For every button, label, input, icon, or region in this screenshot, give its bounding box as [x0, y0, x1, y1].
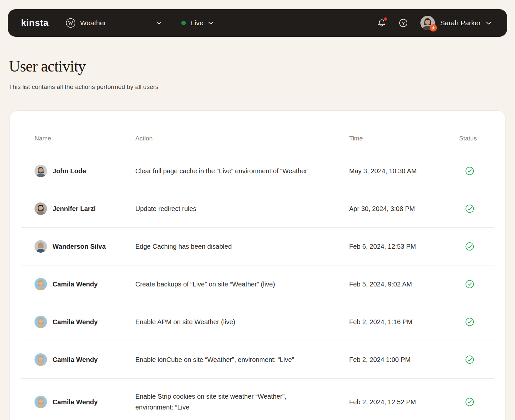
page-title: User activity	[9, 57, 506, 75]
chevron-down-icon	[156, 20, 162, 26]
column-header-status: Status	[459, 135, 494, 142]
chevron-down-icon	[486, 20, 491, 26]
avatar	[34, 278, 47, 290]
user-menu[interactable]: Sarah Parker	[420, 16, 491, 30]
avatar	[34, 240, 47, 253]
time-text: Feb 2, 2024 1:00 PM	[349, 356, 459, 364]
wordpress-icon: W	[66, 18, 76, 28]
success-status-icon	[465, 355, 474, 364]
table-row: Camila Wendy Create backups of “Live” on…	[21, 265, 494, 303]
time-text: Feb 2, 2024, 12:52 PM	[349, 398, 459, 406]
column-header-time: Time	[349, 135, 459, 142]
action-text: Edge Caching has been disabled	[135, 241, 316, 252]
environment-selector-dropdown[interactable]: Live	[181, 19, 214, 27]
avatar	[34, 353, 47, 366]
svg-text:?: ?	[402, 21, 405, 26]
success-status-icon	[465, 204, 474, 213]
action-text: Enable ionCube on site “Weather”, enviro…	[135, 354, 316, 365]
table-row: Wanderson Silva Edge Caching has been di…	[21, 228, 494, 265]
user-name: Camila Wendy	[53, 356, 98, 364]
table-row: John Lode Clear full page cache in the “…	[21, 152, 494, 190]
time-text: May 3, 2024, 10:30 AM	[349, 167, 459, 175]
action-text: Update redirect rules	[135, 203, 316, 214]
success-status-icon	[465, 397, 474, 407]
action-text: Enable APM on site Weather (live)	[135, 317, 316, 327]
svg-text:W: W	[68, 20, 73, 26]
table-row: Camila Wendy Enable ionCube on site “Wea…	[21, 341, 494, 379]
table-header-row: Name Action Time Status	[21, 111, 494, 152]
user-name: Camila Wendy	[53, 398, 98, 406]
kinsta-logo: kinsta	[21, 18, 49, 28]
time-text: Feb 2, 2024, 1:16 PM	[349, 318, 459, 326]
action-text: Enable Strip cookies on site site weathe…	[135, 391, 316, 413]
avatar	[34, 165, 47, 177]
top-navbar: kinsta W Weather Live	[8, 9, 507, 37]
user-name: Jennifer Larzi	[53, 205, 96, 213]
live-status-dot-icon	[181, 21, 186, 25]
table-body: John Lode Clear full page cache in the “…	[21, 152, 494, 420]
notification-dot	[384, 17, 387, 21]
time-text: Apr 30, 2024, 3:08 PM	[349, 205, 459, 213]
avatar	[34, 396, 47, 408]
notifications-button[interactable]	[377, 18, 386, 28]
column-header-action: Action	[135, 135, 349, 142]
user-name: Camila Wendy	[53, 281, 98, 288]
user-name: Camila Wendy	[53, 318, 98, 326]
lightning-badge-icon	[430, 24, 437, 32]
environment-label: Live	[191, 19, 204, 27]
table-row: Camila Wendy Enable Strip cookies on sit…	[21, 379, 494, 420]
action-text: Clear full page cache in the “Live” envi…	[135, 166, 316, 177]
success-status-icon	[465, 280, 474, 289]
page-subtitle: This list contains all the actions perfo…	[9, 83, 506, 91]
user-activity-card: Name Action Time Status John Lode Clear …	[9, 110, 506, 420]
site-selector-label: Weather	[80, 19, 106, 27]
user-name: John Lode	[53, 167, 86, 175]
success-status-icon	[465, 317, 474, 326]
chevron-down-icon	[208, 20, 213, 26]
time-text: Feb 5, 2024, 9:02 AM	[349, 281, 459, 288]
avatar	[34, 202, 47, 215]
column-header-name: Name	[21, 135, 135, 142]
user-name: Wanderson Silva	[53, 243, 106, 250]
site-selector-dropdown[interactable]: W Weather	[66, 18, 162, 28]
user-name-label: Sarah Parker	[440, 19, 481, 27]
success-status-icon	[465, 242, 474, 251]
main-content: User activity This list contains all the…	[0, 37, 515, 420]
table-row: Jennifer Larzi Update redirect rules Apr…	[21, 190, 494, 228]
avatar	[34, 316, 47, 328]
success-status-icon	[465, 166, 474, 176]
time-text: Feb 6, 2024, 12:53 PM	[349, 243, 459, 250]
question-mark-icon: ?	[399, 18, 408, 28]
help-button[interactable]: ?	[399, 18, 408, 28]
table-row: Camila Wendy Enable APM on site Weather …	[21, 303, 494, 341]
action-text: Create backups of “Live” on site “Weathe…	[135, 279, 316, 290]
